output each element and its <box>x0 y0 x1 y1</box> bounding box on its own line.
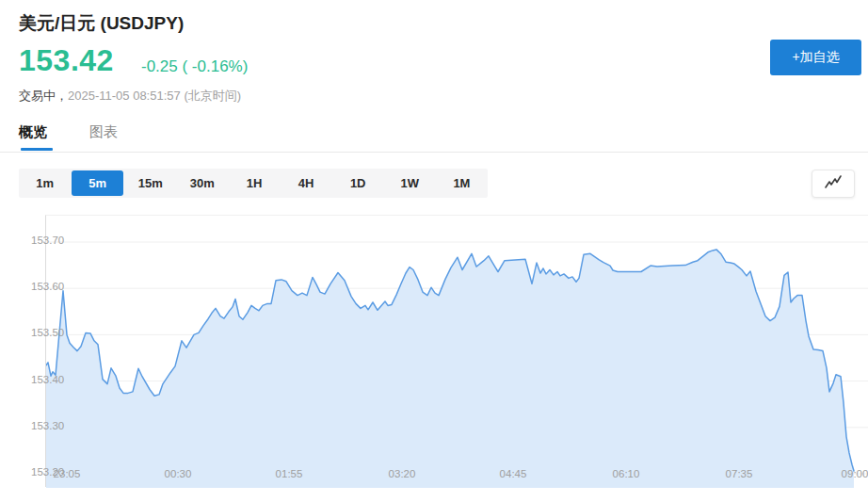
tab-bar: 概览图表 <box>19 123 118 141</box>
interval-button-15m[interactable]: 15m <box>124 169 176 198</box>
tab-overview[interactable]: 概览 <box>19 123 47 141</box>
interval-toolbar: 1m5m15m30m1H4H1D1W1M <box>19 169 488 198</box>
interval-button-1m[interactable]: 1m <box>19 169 71 198</box>
add-watchlist-button[interactable]: +加自选 <box>770 40 861 75</box>
interval-button-1m[interactable]: 1M <box>436 169 488 198</box>
tab-chart[interactable]: 图表 <box>89 123 118 141</box>
interval-button-4h[interactable]: 4H <box>281 169 332 198</box>
quote-timestamp: 2025-11-05 08:51:57 <box>68 89 181 103</box>
price-value: 153.42 <box>19 43 114 78</box>
trading-status: 交易中， <box>19 89 68 103</box>
interval-button-30m[interactable]: 30m <box>176 169 228 198</box>
trend-line-icon <box>823 174 844 193</box>
interval-button-1d[interactable]: 1D <box>332 169 384 198</box>
active-tab-underline <box>21 148 53 151</box>
status-line: 交易中，2025-11-05 08:51:57 (北京时间) <box>19 88 241 105</box>
tab-divider <box>0 152 868 153</box>
page-title: 美元/日元 (USDJPY) <box>19 11 184 36</box>
interval-button-1h[interactable]: 1H <box>228 169 280 198</box>
area-fill <box>46 250 854 488</box>
price-change: -0.25 ( -0.16%) <box>141 57 248 76</box>
quote-page: 美元/日元 (USDJPY) 153.42 -0.25 ( -0.16%) 交易… <box>0 0 868 502</box>
chart-plot[interactable]: 153.70153.60153.50153.40153.30153.2023:0… <box>45 215 868 487</box>
interval-button-5m[interactable]: 5m <box>72 170 123 196</box>
timezone-note: (北京时间) <box>184 89 241 103</box>
price-area-chart[interactable] <box>46 216 868 488</box>
chart-type-button[interactable] <box>812 170 855 198</box>
interval-button-1w[interactable]: 1W <box>384 169 436 198</box>
